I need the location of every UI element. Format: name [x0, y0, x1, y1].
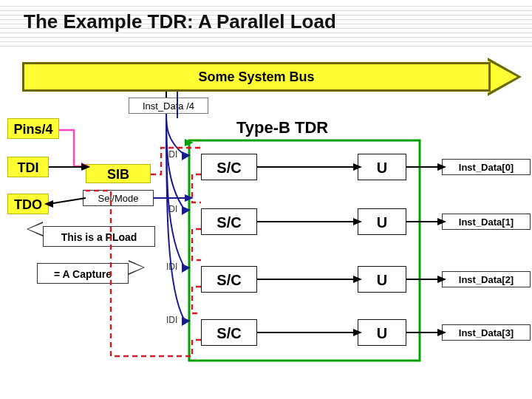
- capture-callout: = A Capture: [37, 263, 129, 284]
- svg-marker-13: [185, 194, 194, 202]
- pload-callout: This is a PLoad: [43, 226, 155, 247]
- idi-label: IDI: [166, 315, 188, 325]
- pins-box: Pins/4: [7, 118, 59, 139]
- tdo-box: TDO: [7, 194, 49, 214]
- tdi-box: TDI: [7, 157, 49, 177]
- idi-label: IDI: [166, 204, 188, 214]
- u-cell: U: [358, 266, 406, 293]
- inst-data-label: Inst_Data /4: [129, 98, 208, 114]
- sc-cell: S/C: [201, 154, 257, 180]
- svg-marker-30: [185, 139, 194, 146]
- idi-label: IDI: [166, 262, 188, 272]
- instdata-label: Inst_Data[0]: [442, 159, 531, 175]
- sc-cell: S/C: [201, 208, 257, 235]
- instdata-label: Inst_Data[1]: [442, 214, 531, 230]
- system-bus-arrow: Some System Bus: [22, 62, 491, 92]
- sib-box: SIB: [86, 164, 151, 183]
- slide-title: The Example TDR: A Parallel Load: [24, 10, 336, 33]
- sc-cell: S/C: [201, 319, 257, 346]
- u-cell: U: [358, 208, 406, 235]
- tdr-type-label: Type-B TDR: [236, 118, 328, 137]
- u-cell: U: [358, 154, 406, 180]
- sc-cell: S/C: [201, 266, 257, 293]
- u-cell: U: [358, 319, 406, 346]
- svg-line-10: [49, 198, 86, 204]
- idi-label: IDI: [166, 149, 188, 160]
- selmode-box: Sel/Mode: [83, 190, 154, 206]
- instdata-label: Inst_Data[3]: [442, 324, 531, 341]
- instdata-label: Inst_Data[2]: [442, 271, 531, 287]
